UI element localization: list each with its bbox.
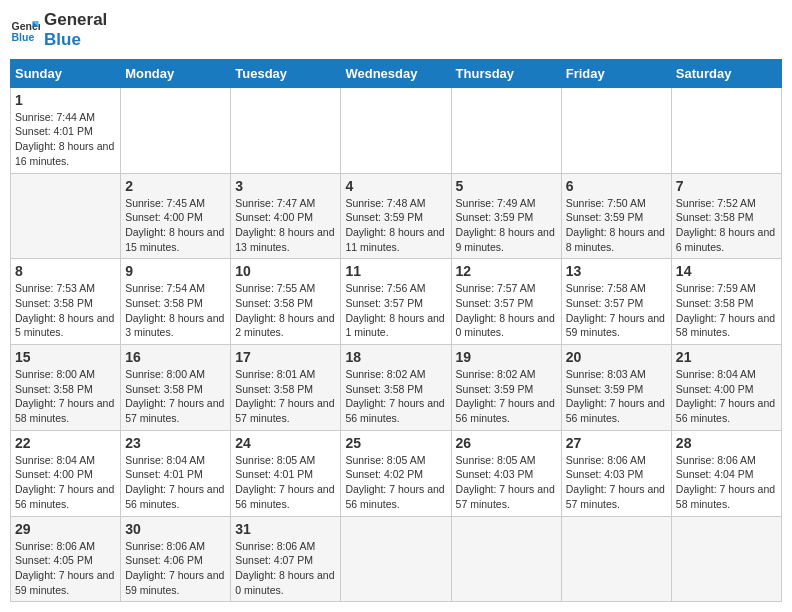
day-number: 1 — [15, 92, 116, 108]
day-info: Sunrise: 8:00 AM Sunset: 3:58 PM Dayligh… — [15, 367, 116, 426]
calendar-day-6: 6 Sunrise: 7:50 AM Sunset: 3:59 PM Dayli… — [561, 173, 671, 259]
calendar-day-12: 12 Sunrise: 7:57 AM Sunset: 3:57 PM Dayl… — [451, 259, 561, 345]
calendar-day-19: 19 Sunrise: 8:02 AM Sunset: 3:59 PM Dayl… — [451, 345, 561, 431]
daylight-label: Daylight: 7 hours and 56 minutes. — [676, 397, 775, 424]
daylight-label: Daylight: 8 hours and 3 minutes. — [125, 312, 224, 339]
day-number: 2 — [125, 178, 226, 194]
day-info: Sunrise: 7:54 AM Sunset: 3:58 PM Dayligh… — [125, 281, 226, 340]
sunset-label: Sunset: 4:04 PM — [676, 468, 754, 480]
sunset-label: Sunset: 4:01 PM — [125, 468, 203, 480]
calendar-day-31: 31 Sunrise: 8:06 AM Sunset: 4:07 PM Dayl… — [231, 516, 341, 602]
day-info: Sunrise: 8:04 AM Sunset: 4:01 PM Dayligh… — [125, 453, 226, 512]
calendar-week-6: 29 Sunrise: 8:06 AM Sunset: 4:05 PM Dayl… — [11, 516, 782, 602]
logo-general: General — [44, 10, 107, 30]
day-number: 16 — [125, 349, 226, 365]
sunset-label: Sunset: 3:57 PM — [345, 297, 423, 309]
day-info: Sunrise: 8:05 AM Sunset: 4:01 PM Dayligh… — [235, 453, 336, 512]
day-info: Sunrise: 7:53 AM Sunset: 3:58 PM Dayligh… — [15, 281, 116, 340]
day-number: 22 — [15, 435, 116, 451]
sunset-label: Sunset: 3:58 PM — [676, 211, 754, 223]
weekday-header-tuesday: Tuesday — [231, 59, 341, 87]
daylight-label: Daylight: 8 hours and 8 minutes. — [566, 226, 665, 253]
sunrise-label: Sunrise: 7:52 AM — [676, 197, 756, 209]
daylight-label: Daylight: 8 hours and 6 minutes. — [676, 226, 775, 253]
weekday-header-thursday: Thursday — [451, 59, 561, 87]
sunrise-label: Sunrise: 8:06 AM — [235, 540, 315, 552]
sunset-label: Sunset: 4:02 PM — [345, 468, 423, 480]
calendar-day-1: 1 Sunrise: 7:44 AM Sunset: 4:01 PM Dayli… — [11, 87, 121, 173]
sunrise-label: Sunrise: 8:06 AM — [125, 540, 205, 552]
sunset-label: Sunset: 4:01 PM — [15, 125, 93, 137]
day-number: 20 — [566, 349, 667, 365]
day-info: Sunrise: 7:48 AM Sunset: 3:59 PM Dayligh… — [345, 196, 446, 255]
calendar-day-7: 7 Sunrise: 7:52 AM Sunset: 3:58 PM Dayli… — [671, 173, 781, 259]
sunrise-label: Sunrise: 7:48 AM — [345, 197, 425, 209]
day-number: 9 — [125, 263, 226, 279]
calendar-day-13: 13 Sunrise: 7:58 AM Sunset: 3:57 PM Dayl… — [561, 259, 671, 345]
daylight-label: Daylight: 8 hours and 16 minutes. — [15, 140, 114, 167]
sunset-label: Sunset: 3:58 PM — [235, 297, 313, 309]
daylight-label: Daylight: 8 hours and 1 minute. — [345, 312, 444, 339]
day-info: Sunrise: 7:50 AM Sunset: 3:59 PM Dayligh… — [566, 196, 667, 255]
sunrise-label: Sunrise: 7:58 AM — [566, 282, 646, 294]
sunrise-label: Sunrise: 7:56 AM — [345, 282, 425, 294]
sunrise-label: Sunrise: 7:54 AM — [125, 282, 205, 294]
day-number: 24 — [235, 435, 336, 451]
day-number: 15 — [15, 349, 116, 365]
day-info: Sunrise: 7:47 AM Sunset: 4:00 PM Dayligh… — [235, 196, 336, 255]
calendar-day-14: 14 Sunrise: 7:59 AM Sunset: 3:58 PM Dayl… — [671, 259, 781, 345]
calendar-day-5: 5 Sunrise: 7:49 AM Sunset: 3:59 PM Dayli… — [451, 173, 561, 259]
daylight-label: Daylight: 7 hours and 56 minutes. — [456, 397, 555, 424]
daylight-label: Daylight: 8 hours and 0 minutes. — [456, 312, 555, 339]
calendar-week-1: 1 Sunrise: 7:44 AM Sunset: 4:01 PM Dayli… — [11, 87, 782, 173]
sunset-label: Sunset: 3:59 PM — [456, 211, 534, 223]
sunrise-label: Sunrise: 8:01 AM — [235, 368, 315, 380]
sunset-label: Sunset: 3:59 PM — [456, 383, 534, 395]
day-number: 17 — [235, 349, 336, 365]
sunset-label: Sunset: 4:03 PM — [456, 468, 534, 480]
day-info: Sunrise: 8:03 AM Sunset: 3:59 PM Dayligh… — [566, 367, 667, 426]
day-info: Sunrise: 8:02 AM Sunset: 3:59 PM Dayligh… — [456, 367, 557, 426]
day-info: Sunrise: 8:06 AM Sunset: 4:05 PM Dayligh… — [15, 539, 116, 598]
day-number: 18 — [345, 349, 446, 365]
calendar-day-18: 18 Sunrise: 8:02 AM Sunset: 3:58 PM Dayl… — [341, 345, 451, 431]
calendar-empty — [561, 516, 671, 602]
calendar-week-5: 22 Sunrise: 8:04 AM Sunset: 4:00 PM Dayl… — [11, 430, 782, 516]
sunset-label: Sunset: 3:58 PM — [125, 297, 203, 309]
day-info: Sunrise: 8:01 AM Sunset: 3:58 PM Dayligh… — [235, 367, 336, 426]
day-info: Sunrise: 8:06 AM Sunset: 4:04 PM Dayligh… — [676, 453, 777, 512]
calendar-day-15: 15 Sunrise: 8:00 AM Sunset: 3:58 PM Dayl… — [11, 345, 121, 431]
calendar-day-2: 2 Sunrise: 7:45 AM Sunset: 4:00 PM Dayli… — [121, 173, 231, 259]
sunset-label: Sunset: 3:59 PM — [566, 383, 644, 395]
calendar-table: SundayMondayTuesdayWednesdayThursdayFrid… — [10, 59, 782, 603]
day-info: Sunrise: 8:06 AM Sunset: 4:06 PM Dayligh… — [125, 539, 226, 598]
sunset-label: Sunset: 3:57 PM — [566, 297, 644, 309]
sunrise-label: Sunrise: 7:59 AM — [676, 282, 756, 294]
calendar-day-23: 23 Sunrise: 8:04 AM Sunset: 4:01 PM Dayl… — [121, 430, 231, 516]
weekday-header-monday: Monday — [121, 59, 231, 87]
calendar-day-16: 16 Sunrise: 8:00 AM Sunset: 3:58 PM Dayl… — [121, 345, 231, 431]
sunset-label: Sunset: 4:07 PM — [235, 554, 313, 566]
day-number: 19 — [456, 349, 557, 365]
calendar-empty — [231, 87, 341, 173]
day-number: 14 — [676, 263, 777, 279]
daylight-label: Daylight: 7 hours and 57 minutes. — [456, 483, 555, 510]
day-number: 10 — [235, 263, 336, 279]
calendar-day-30: 30 Sunrise: 8:06 AM Sunset: 4:06 PM Dayl… — [121, 516, 231, 602]
sunrise-label: Sunrise: 7:49 AM — [456, 197, 536, 209]
sunrise-label: Sunrise: 7:53 AM — [15, 282, 95, 294]
sunrise-label: Sunrise: 7:47 AM — [235, 197, 315, 209]
sunset-label: Sunset: 3:58 PM — [235, 383, 313, 395]
sunset-label: Sunset: 4:03 PM — [566, 468, 644, 480]
day-number: 5 — [456, 178, 557, 194]
logo-blue: Blue — [44, 30, 107, 50]
calendar-day-4: 4 Sunrise: 7:48 AM Sunset: 3:59 PM Dayli… — [341, 173, 451, 259]
daylight-label: Daylight: 7 hours and 59 minutes. — [125, 569, 224, 596]
calendar-day-22: 22 Sunrise: 8:04 AM Sunset: 4:00 PM Dayl… — [11, 430, 121, 516]
sunset-label: Sunset: 3:59 PM — [566, 211, 644, 223]
calendar-empty — [671, 516, 781, 602]
day-info: Sunrise: 8:05 AM Sunset: 4:03 PM Dayligh… — [456, 453, 557, 512]
sunset-label: Sunset: 4:00 PM — [15, 468, 93, 480]
daylight-label: Daylight: 7 hours and 56 minutes. — [566, 397, 665, 424]
sunset-label: Sunset: 3:58 PM — [125, 383, 203, 395]
